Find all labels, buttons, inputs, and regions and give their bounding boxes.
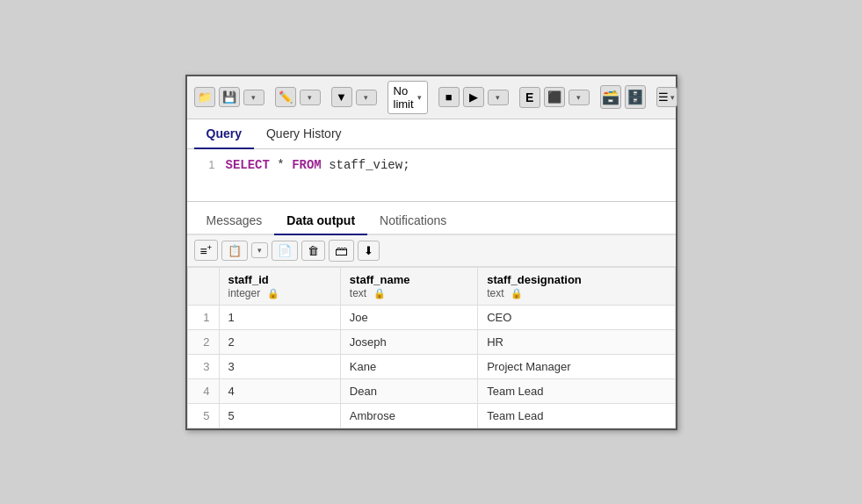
table-row[interactable]: 1 1 Joe CEO — [187, 305, 675, 329]
output-toolbar: ≡+ 📋 ▾ 📄 🗑 🗃 ⬇ — [187, 235, 676, 267]
tab-data-output[interactable]: Data output — [274, 207, 367, 235]
save-dropdown-button[interactable]: ▾ — [243, 90, 264, 105]
limit-select[interactable]: No limit ▾ — [388, 81, 428, 114]
chart-button[interactable]: ⬛ — [544, 87, 565, 107]
db-alt-button[interactable]: 🗄️ — [625, 85, 646, 109]
cell-staff-name: Kane — [340, 354, 477, 378]
download-button[interactable]: ⬇ — [358, 241, 380, 261]
cell-staff-name: Joseph — [340, 329, 477, 354]
cell-staff-name: Joe — [340, 305, 477, 329]
limit-chevron-icon: ▾ — [417, 93, 422, 102]
limit-label: No limit — [394, 84, 414, 111]
filter-icon: ▼ — [336, 90, 347, 104]
db-save-button[interactable]: 🗃 — [329, 240, 354, 262]
chevron-down-icon: ▾ — [251, 93, 256, 102]
cell-staff-id: 1 — [219, 305, 340, 329]
copy-button[interactable]: 📋 — [221, 241, 248, 261]
delete-icon: 🗑 — [308, 244, 319, 257]
explain-button[interactable]: E — [519, 87, 540, 108]
filter-dropdown-button[interactable]: ▾ — [356, 90, 377, 105]
add-row-icon: ≡+ — [200, 243, 212, 258]
chevron-down-icon-2: ▾ — [308, 93, 312, 102]
cell-staff-name: Ambrose — [340, 403, 477, 428]
db-check-button[interactable]: 🗃️ — [600, 85, 621, 109]
folder-icon: 📁 — [198, 90, 212, 104]
query-tabs: Query Query History — [187, 119, 676, 149]
cell-row-num: 1 — [187, 305, 219, 329]
save-button[interactable]: 💾 — [219, 87, 240, 107]
stop-icon: ■ — [445, 90, 453, 104]
col-name-staff-id: staff_id — [228, 273, 331, 286]
edit-dropdown-button[interactable]: ▾ — [300, 90, 321, 105]
table-name: staff_view; — [329, 158, 409, 172]
tab-query-history[interactable]: Query History — [254, 119, 354, 149]
run-dropdown-button[interactable]: ▾ — [488, 90, 509, 105]
table-row[interactable]: 4 4 Dean Team Lead — [187, 378, 675, 403]
col-header-staff-name[interactable]: staff_name text 🔒 — [340, 267, 477, 305]
data-table-container: staff_id integer 🔒 staff_name text 🔒 sta… — [187, 267, 676, 428]
toolbar: 📁 💾 ▾ ✏️ ▾ ▼ ▾ No limit ▾ ■ — [187, 76, 676, 119]
col-name-staff-name: staff_name — [350, 273, 468, 286]
cell-staff-designation: CEO — [478, 305, 675, 329]
table-row[interactable]: 2 2 Joseph HR — [187, 329, 675, 354]
chevron-down-icon-5: ▾ — [576, 93, 581, 102]
col-type-staff-id: integer — [228, 287, 261, 299]
chevron-down-icon-4: ▾ — [496, 93, 500, 102]
download-icon: ⬇ — [364, 244, 373, 257]
lock-icon-staff-name: 🔒 — [373, 288, 386, 299]
col-header-staff-id[interactable]: staff_id integer 🔒 — [219, 267, 340, 305]
col-type-staff-name: text — [350, 287, 366, 299]
table-body: 1 1 Joe CEO 2 2 Joseph HR 3 3 Kane Proje… — [187, 305, 675, 428]
cell-row-num: 2 — [187, 329, 219, 354]
sql-star: * — [277, 158, 292, 172]
table-row[interactable]: 5 5 Ambrose Team Lead — [187, 403, 675, 428]
cell-staff-name: Dean — [340, 378, 477, 403]
tab-notifications[interactable]: Notifications — [367, 207, 459, 235]
tab-query[interactable]: Query — [194, 119, 254, 149]
sql-line-1: 1 SELECT * FROM staff_view; — [187, 158, 676, 172]
lock-icon-staff-designation: 🔒 — [511, 288, 523, 299]
col-header-rownum — [187, 267, 219, 305]
main-container: 📁 💾 ▾ ✏️ ▾ ▼ ▾ No limit ▾ ■ — [185, 75, 677, 430]
filter-button[interactable]: ▼ — [331, 87, 352, 107]
db-alt-icon: 🗄️ — [627, 89, 644, 105]
output-tabs: Messages Data output Notifications — [187, 207, 676, 235]
sql-editor[interactable]: 1 SELECT * FROM staff_view; — [187, 149, 676, 202]
tab-messages[interactable]: Messages — [194, 207, 275, 235]
edit-button[interactable]: ✏️ — [275, 87, 296, 107]
explain-icon: E — [525, 90, 533, 104]
cell-staff-id: 3 — [219, 354, 340, 378]
copy-dropdown-button[interactable]: ▾ — [251, 242, 268, 258]
keyword-select: SELECT — [226, 158, 270, 172]
cell-staff-designation: HR — [478, 329, 675, 354]
chevron-down-icon-7: ▾ — [257, 246, 262, 255]
col-name-staff-designation: staff_designation — [487, 273, 665, 286]
chevron-down-icon-3: ▾ — [364, 93, 368, 102]
table-row[interactable]: 3 3 Kane Project Manager — [187, 354, 675, 378]
line-number: 1 — [194, 158, 215, 171]
table-header-row: staff_id integer 🔒 staff_name text 🔒 sta… — [187, 267, 675, 305]
stop-button[interactable]: ■ — [438, 87, 460, 107]
copy-icon: 📋 — [228, 244, 242, 257]
add-row-button[interactable]: ≡+ — [194, 240, 218, 262]
sql-code: SELECT * FROM staff_view; — [226, 158, 410, 172]
list-button[interactable]: ☰ ▾ — [656, 87, 677, 107]
pencil-icon: ✏️ — [279, 90, 293, 104]
save-icon: 💾 — [222, 90, 236, 104]
keyword-from: FROM — [292, 158, 322, 172]
paste-button[interactable]: 📄 — [272, 241, 298, 261]
chart-icon: ⬛ — [547, 90, 561, 104]
chevron-down-icon-6: ▾ — [670, 93, 675, 102]
delete-button[interactable]: 🗑 — [301, 241, 325, 261]
db-save-icon: 🗃 — [335, 243, 348, 258]
list-icon: ☰ — [658, 90, 669, 104]
paste-icon: 📄 — [278, 244, 292, 257]
cell-staff-designation: Team Lead — [478, 378, 675, 403]
chart-dropdown-button[interactable]: ▾ — [569, 90, 590, 105]
run-icon: ▶ — [469, 90, 478, 104]
col-type-staff-designation: text — [487, 287, 503, 299]
col-header-staff-designation[interactable]: staff_designation text 🔒 — [478, 267, 675, 305]
cell-row-num: 4 — [187, 378, 219, 403]
run-button[interactable]: ▶ — [463, 87, 484, 107]
open-file-button[interactable]: 📁 — [194, 87, 215, 107]
